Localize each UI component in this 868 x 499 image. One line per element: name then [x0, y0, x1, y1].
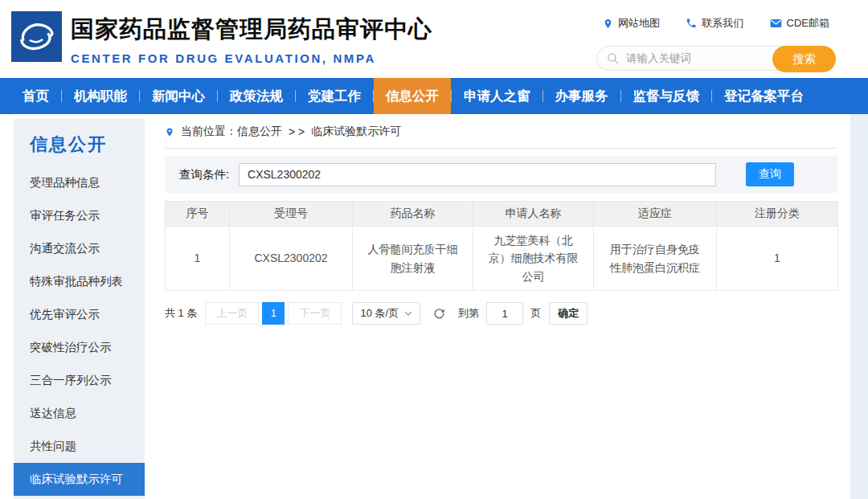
query-condition-label: 查询条件: [179, 167, 229, 182]
quick-links: 网站地图 联系我们 CDE邮箱 [596, 16, 836, 31]
site-title: 国家药品监督管理局药品审评中心 [71, 14, 432, 46]
nav-item-policies[interactable]: 政策法规 [218, 78, 295, 114]
contact-us-label: 联系我们 [702, 16, 743, 31]
sidebar-item-special-approval-list[interactable]: 特殊审批品种列表 [14, 265, 145, 298]
sidebar-item-review-tasks[interactable]: 审评任务公示 [14, 199, 145, 232]
breadcrumb-separator: > > [289, 125, 305, 138]
site-header: 国家药品监督管理局药品审评中心 CENTER FOR DRUG EVALUATI… [0, 0, 868, 78]
sidebar-item-three-in-one[interactable]: 三合一序列公示 [14, 364, 145, 397]
sidebar-item-delivery-info[interactable]: 送达信息 [14, 397, 145, 430]
col-header-drug-name: 药品名称 [353, 202, 473, 227]
sidebar-title: 信息公开 [14, 119, 145, 166]
sidebar-item-breakthrough-therapy[interactable]: 突破性治疗公示 [14, 331, 145, 364]
confirm-button[interactable]: 确定 [549, 302, 588, 325]
goto-page-input[interactable] [486, 302, 523, 325]
contact-us-link[interactable]: 联系我们 [686, 16, 743, 31]
sitemap-label: 网站地图 [618, 16, 660, 31]
next-page-button[interactable]: 下一页 [288, 302, 342, 325]
search-icon [607, 52, 619, 64]
query-bar: 查询条件: 查询 [165, 156, 837, 193]
cell-index: 1 [166, 227, 230, 291]
cell-drug-name: 人骨髓间充质干细胞注射液 [353, 227, 473, 291]
breadcrumb-location: 当前位置：信息公开 [181, 125, 282, 139]
cde-mailbox-label: CDE邮箱 [787, 16, 829, 31]
nav-item-home[interactable]: 首页 [10, 78, 61, 114]
brand-block: 国家药品监督管理局药品审评中心 CENTER FOR DRUG EVALUATI… [71, 14, 432, 65]
site-subtitle: CENTER FOR DRUG EVALUATION, NMPA [71, 51, 432, 65]
cell-applicant-name: 九芝堂美科（北京）细胞技术有限公司 [473, 227, 594, 291]
refresh-icon [432, 307, 446, 321]
sidebar-item-clinical-trial-implied-license[interactable]: 临床试验默示许可 [14, 463, 145, 496]
breadcrumb-pin-icon [165, 126, 174, 138]
main-nav: 首页 机构职能 新闻中心 政策法规 党建工作 信息公开 申请人之窗 办事服务 监… [0, 78, 868, 114]
phone-icon [686, 18, 697, 29]
nav-item-registration-platform[interactable]: 登记备案平台 [712, 78, 816, 114]
query-condition-input[interactable] [239, 163, 716, 186]
nav-item-news[interactable]: 新闻中心 [140, 78, 217, 114]
page-size-select[interactable]: 10 条/页 [352, 302, 420, 325]
header-utilities: 网站地图 联系我们 CDE邮箱 搜索 [596, 16, 836, 71]
cell-acceptance-no: CXSL2300202 [230, 227, 353, 291]
prev-page-button[interactable]: 上一页 [205, 302, 259, 325]
cde-logo-icon [11, 11, 62, 62]
breadcrumb-current: 临床试验默示许可 [311, 125, 401, 139]
sidebar-item-communication[interactable]: 沟通交流公示 [14, 232, 145, 265]
goto-page-suffix: 页 [530, 306, 541, 321]
table-row: 1 CXSL2300202 人骨髓间充质干细胞注射液 九芝堂美科（北京）细胞技术… [166, 227, 838, 291]
breadcrumb: 当前位置：信息公开 > > 临床试验默示许可 [165, 125, 837, 149]
site-search: 搜索 [596, 46, 836, 71]
cell-registration-class: 1 [717, 227, 838, 291]
nav-item-functions[interactable]: 机构职能 [62, 78, 139, 114]
nav-item-applicant-window[interactable]: 申请人之窗 [452, 78, 542, 114]
nav-item-party-building[interactable]: 党建工作 [296, 78, 373, 114]
search-button[interactable]: 搜索 [772, 46, 836, 72]
col-header-indication: 适应症 [594, 202, 717, 227]
sidebar-item-common-issues[interactable]: 共性问题 [14, 430, 145, 463]
sitemap-link[interactable]: 网站地图 [603, 16, 660, 31]
col-header-applicant-name: 申请人名称 [473, 202, 594, 227]
cde-mailbox-link[interactable]: CDE邮箱 [770, 16, 829, 31]
sidebar: 信息公开 受理品种信息 审评任务公示 沟通交流公示 特殊审批品种列表 优先审评公… [14, 119, 145, 499]
pagination: 共 1 条 上一页 1 下一页 10 条/页 到第 页 确定 [165, 302, 837, 325]
refresh-button[interactable] [432, 307, 446, 321]
page-size-value: 10 条/页 [360, 306, 399, 321]
col-header-acceptance-no: 受理号 [230, 202, 353, 227]
table-header-row: 序号 受理号 药品名称 申请人名称 适应症 注册分类 [166, 202, 838, 227]
mail-icon [770, 18, 782, 28]
nav-item-supervision-feedback[interactable]: 监督与反馈 [621, 78, 712, 114]
sidebar-item-accepted-varieties[interactable]: 受理品种信息 [14, 166, 145, 199]
col-header-registration-class: 注册分类 [717, 202, 838, 227]
location-pin-icon [603, 18, 613, 30]
results-table: 序号 受理号 药品名称 申请人名称 适应症 注册分类 1 CXSL2300202… [165, 201, 838, 291]
nav-item-services[interactable]: 办事服务 [543, 78, 620, 114]
page-1-button[interactable]: 1 [262, 302, 285, 325]
pagination-total: 共 1 条 [165, 306, 197, 321]
main-panel: 当前位置：信息公开 > > 临床试验默示许可 查询条件: 查询 序号 受理号 [165, 119, 837, 499]
cell-indication: 用于治疗自身免疫性肺泡蛋白沉积症 [594, 227, 717, 291]
content-area: 信息公开 受理品种信息 审评任务公示 沟通交流公示 特殊审批品种列表 优先审评公… [0, 114, 868, 499]
content-body: 信息公开 受理品种信息 审评任务公示 沟通交流公示 特殊审批品种列表 优先审评公… [0, 114, 850, 499]
query-button[interactable]: 查询 [746, 162, 794, 186]
sidebar-item-priority-review[interactable]: 优先审评公示 [14, 298, 145, 331]
goto-page-prefix: 到第 [458, 306, 479, 321]
chevron-down-icon [404, 311, 412, 316]
col-header-index: 序号 [166, 202, 230, 227]
nav-item-info-disclosure[interactable]: 信息公开 [374, 78, 451, 114]
